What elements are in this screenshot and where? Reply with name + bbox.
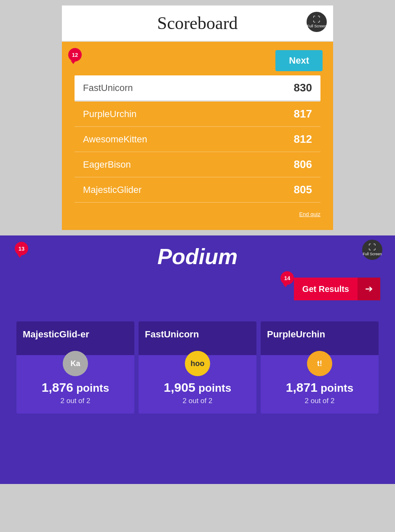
player-score: 830 bbox=[294, 81, 312, 94]
card-points-1: 1,876 points bbox=[23, 380, 128, 395]
podium-player-name-1: MajesticGlid-er bbox=[23, 329, 89, 340]
avatar-label-1: Ka bbox=[70, 359, 80, 368]
player-name: MajesticGlider bbox=[83, 184, 141, 195]
table-row: PurpleUrchin 817 bbox=[75, 102, 320, 127]
card-sub-2: 2 out of 2 bbox=[145, 397, 250, 405]
table-row: MajesticGlider 805 bbox=[75, 177, 320, 203]
fullscreen-label-podium: Full Screen bbox=[363, 252, 382, 256]
next-button[interactable]: Next bbox=[275, 50, 323, 71]
podium-card-1: MajesticGlid-er Ka 1,876 points 2 out of… bbox=[16, 321, 134, 414]
fullscreen-icon-podium: ⛶ bbox=[368, 243, 376, 251]
avatar-label-2: hoo bbox=[191, 359, 205, 368]
player-score: 806 bbox=[294, 158, 312, 171]
podium-card-header-2: FastUnicorn bbox=[139, 321, 256, 355]
points-value-3: 1,871 bbox=[286, 380, 318, 394]
table-row: EagerBison 806 bbox=[75, 152, 320, 177]
podium-card-header-1: MajesticGlid-er bbox=[16, 321, 134, 355]
get-results-button[interactable]: Get Results bbox=[294, 278, 358, 300]
scoreboard-title: Scoreboard bbox=[157, 13, 238, 33]
player-score: 817 bbox=[294, 107, 312, 120]
scoreboard-section: Scoreboard ⛶ Full Screen 12 Next FastUni… bbox=[61, 4, 334, 231]
player-score: 805 bbox=[294, 183, 312, 196]
player-name: PurpleUrchin bbox=[83, 109, 136, 120]
avatar-2: hoo bbox=[185, 351, 210, 376]
podium-section: 13 Podium ⛶ Full Screen 14 Get Results ➔… bbox=[0, 235, 395, 484]
player-name: FastUnicorn bbox=[83, 83, 133, 94]
badge-14: 14 bbox=[280, 271, 294, 285]
card-points-2: 1,905 points bbox=[145, 380, 250, 395]
avatar-1: Ka bbox=[63, 351, 88, 376]
podium-card-body-3: t! 1,871 points 2 out of 2 bbox=[261, 355, 379, 414]
card-sub-1: 2 out of 2 bbox=[23, 397, 128, 405]
get-results-label: Get Results bbox=[302, 284, 349, 294]
podium-title: Podium bbox=[157, 244, 238, 269]
podium-card-body-1: Ka 1,876 points 2 out of 2 bbox=[16, 355, 134, 414]
end-quiz-link[interactable]: End quiz bbox=[75, 211, 320, 217]
points-value-1: 1,876 bbox=[42, 380, 73, 394]
player-name: AwesomeKitten bbox=[83, 134, 147, 145]
badge-13: 13 bbox=[15, 242, 28, 255]
fullscreen-button-top[interactable]: ⛶ Full Screen bbox=[307, 12, 327, 32]
scoreboard-body: 12 Next FastUnicorn 830 PurpleUrchin 817… bbox=[62, 42, 333, 230]
podium-card-body-2: hoo 1,905 points 2 out of 2 bbox=[139, 355, 256, 414]
player-score: 812 bbox=[294, 133, 312, 146]
podium-card-header-3: PurpleUrchin bbox=[261, 321, 379, 355]
points-value-2: 1,905 bbox=[164, 380, 195, 394]
fullscreen-icon: ⛶ bbox=[313, 16, 320, 23]
podium-header: 13 Podium ⛶ Full Screen bbox=[8, 235, 387, 273]
podium-player-name-2: FastUnicorn bbox=[145, 329, 199, 340]
table-row: FastUnicorn 830 bbox=[75, 75, 320, 102]
get-results-arrow[interactable]: ➔ bbox=[358, 278, 380, 300]
scoreboard-list: FastUnicorn 830 PurpleUrchin 817 Awesome… bbox=[75, 75, 320, 203]
card-points-3: 1,871 points bbox=[267, 380, 372, 395]
podium-card-2: FastUnicorn hoo 1,905 points 2 out of 2 bbox=[139, 321, 256, 414]
fullscreen-button-podium[interactable]: ⛶ Full Screen bbox=[362, 240, 382, 260]
podium-card-3: PurpleUrchin t! 1,871 points 2 out of 2 bbox=[261, 321, 379, 414]
podium-cards: MajesticGlid-er Ka 1,876 points 2 out of… bbox=[8, 309, 387, 418]
avatar-label-3: t! bbox=[317, 359, 322, 368]
badge-12: 12 bbox=[68, 48, 82, 61]
table-row: AwesomeKitten 812 bbox=[75, 127, 320, 152]
get-results-row: 14 Get Results ➔ bbox=[8, 273, 387, 309]
fullscreen-label-top: Full Screen bbox=[307, 24, 326, 28]
player-name: EagerBison bbox=[83, 159, 131, 170]
scoreboard-header: Scoreboard ⛶ Full Screen bbox=[62, 5, 333, 42]
podium-player-name-3: PurpleUrchin bbox=[267, 329, 325, 340]
card-sub-3: 2 out of 2 bbox=[267, 397, 372, 405]
avatar-3: t! bbox=[307, 351, 332, 376]
